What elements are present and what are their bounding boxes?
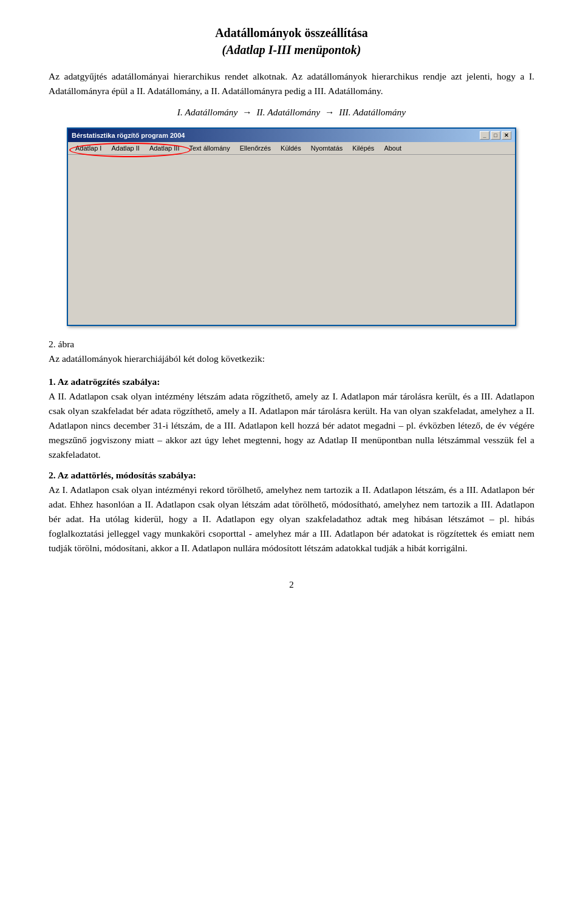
menu-ellenorzes[interactable]: Ellenőrzés <box>235 143 276 153</box>
window-content <box>68 155 515 325</box>
section1-title-para: 1. Az adatrögzítés szabálya: A II. Adatl… <box>49 375 534 462</box>
section2-title-para: 2. Az adattörlés, módosítás szabálya: Az… <box>49 468 534 555</box>
menu-adatlap3[interactable]: Adatlap III <box>145 143 185 153</box>
menu-kuldes[interactable]: Küldés <box>276 143 306 153</box>
menu-text-allomany[interactable]: Text állomány <box>184 143 234 153</box>
menu-about[interactable]: About <box>379 143 406 153</box>
close-button[interactable]: ✕ <box>502 131 511 140</box>
intro-paragraph: Az adatgyűjtés adatállományai hierarchik… <box>49 69 534 98</box>
minimize-button[interactable]: _ <box>480 131 489 140</box>
section2-title: 2. Az adattörlés, módosítás szabálya: <box>49 470 196 480</box>
section2-text: Az I. Adatlapon csak olyan intézményi re… <box>49 484 534 553</box>
menu-nyomtatas[interactable]: Nyomtatás <box>306 143 348 153</box>
window-controls[interactable]: _ □ ✕ <box>480 131 511 140</box>
menu-adatlap1[interactable]: Adatlap I <box>70 143 106 153</box>
menubar: Adatlap I Adatlap II Adatlap III Text ál… <box>68 142 515 155</box>
figure-number: 2. ábra <box>49 339 74 349</box>
app-window: Bérstatisztika rögzítő program 2004 _ □ … <box>67 127 516 326</box>
formula-line: I. Adatállomány → II. Adatállomány → III… <box>49 107 534 118</box>
page-title: Adatállományok összeállítása (Adatlap I-… <box>49 24 534 58</box>
menu-kilepes[interactable]: Kilépés <box>347 143 379 153</box>
figure-text: Az adatállományok hierarchiájából két do… <box>49 353 265 364</box>
page-number: 2 <box>49 580 534 590</box>
menu-adatlap2[interactable]: Adatlap II <box>106 143 144 153</box>
figure-caption: 2. ábraAz adatállományok hierarchiájából… <box>49 337 534 366</box>
section1-title: 1. Az adatrögzítés szabálya: <box>49 376 160 387</box>
window-title: Bérstatisztika rögzítő program 2004 <box>72 132 185 139</box>
section1-text: A II. Adatlapon csak olyan intézmény lét… <box>49 391 534 460</box>
window-titlebar: Bérstatisztika rögzítő program 2004 _ □ … <box>68 129 515 142</box>
maximize-button[interactable]: □ <box>491 131 500 140</box>
